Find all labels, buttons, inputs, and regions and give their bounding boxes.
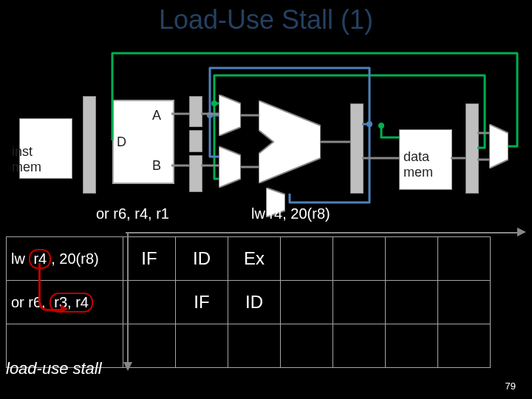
svg-marker-21 bbox=[123, 362, 132, 371]
time-axis-down bbox=[123, 232, 133, 372]
time-axis-arrowhead bbox=[517, 228, 526, 236]
page-number: 79 bbox=[505, 381, 516, 392]
load-use-stall-label: load-use stall bbox=[6, 359, 102, 378]
svg-point-7 bbox=[366, 121, 372, 127]
stage-annotation-ex: lw r4, 20(r8) bbox=[251, 205, 330, 222]
svg-point-6 bbox=[211, 100, 217, 106]
stage-cell bbox=[281, 237, 333, 281]
stage-cell bbox=[438, 237, 491, 281]
stage-cell bbox=[333, 237, 386, 281]
dependency-arc bbox=[38, 263, 63, 311]
instruction-label: lw r4, 20(r8) bbox=[7, 237, 123, 281]
stage-cell bbox=[438, 281, 491, 324]
time-axis bbox=[126, 232, 517, 233]
stage-cell: ID bbox=[228, 281, 281, 324]
stage-cell bbox=[333, 281, 386, 324]
stage-cell: Ex bbox=[228, 237, 281, 281]
stage-cell: IF bbox=[176, 281, 228, 324]
dependency-arrowhead bbox=[61, 304, 68, 313]
pipeline-timing-table: lw r4, 20(r8)IFIDExor r6, r3, r4IFID bbox=[6, 236, 491, 368]
stage-cell: ID bbox=[176, 237, 228, 281]
datapath-wires bbox=[0, 0, 532, 236]
stage-cell bbox=[386, 281, 438, 324]
instruction-label: or r6, r3, r4 bbox=[7, 281, 123, 324]
stage-annotation-id: or r6, r4, r1 bbox=[96, 205, 169, 222]
stage-cell bbox=[281, 281, 333, 324]
stage-cell bbox=[386, 237, 438, 281]
svg-point-5 bbox=[378, 123, 384, 129]
